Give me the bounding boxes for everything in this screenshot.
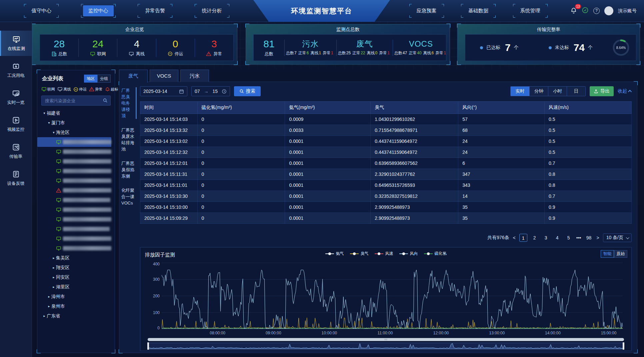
caret-right-icon[interactable]	[47, 304, 51, 308]
tab-污水[interactable]: 污水	[180, 70, 209, 82]
tree-node-广东省[interactable]: 广东省	[37, 311, 111, 321]
station-item-2[interactable]: 厂界恶臭假捻东侧	[121, 160, 137, 179]
legend-风速[interactable]: 风速	[375, 251, 393, 256]
tree-node-湖里区[interactable]: 湖里区	[37, 282, 111, 292]
station-item-0[interactable]: 厂界恶臭电务课楼顶	[121, 87, 137, 119]
table-row[interactable]: 2025-03-14 15:13:0200.00010.443741159064…	[140, 136, 632, 147]
table-row[interactable]: 2025-03-14 15:10:0000.00012.909925488973…	[140, 202, 632, 213]
table-row[interactable]: 2025-03-14 15:12:0100.00010.639658936607…	[140, 158, 632, 169]
company-item[interactable]	[37, 243, 111, 253]
search-button[interactable]: 搜索	[234, 86, 261, 96]
company-item[interactable]	[37, 214, 111, 224]
tree-node-漳州市[interactable]: 漳州市	[37, 292, 111, 301]
caret-down-icon[interactable]	[47, 121, 51, 125]
help-icon[interactable]	[593, 8, 600, 14]
export-button[interactable]: 导出	[590, 86, 614, 96]
caret-right-icon[interactable]	[47, 295, 51, 298]
company-item[interactable]	[37, 147, 111, 157]
sidebar-item-0[interactable]: 在线监测	[0, 31, 32, 56]
nav-item-right-2[interactable]: 系统管理	[515, 5, 546, 16]
legend-风向[interactable]: 风向	[399, 251, 418, 256]
mode-日[interactable]: 日	[567, 87, 585, 96]
company-tab-0[interactable]: 地区	[84, 75, 97, 83]
page-2[interactable]: 2	[531, 234, 539, 242]
nav-item-2[interactable]: 异常告警	[140, 5, 170, 16]
table-row[interactable]: 2025-03-14 15:11:3100.00012.329010243777…	[140, 169, 632, 180]
tree-node-福建省[interactable]: 福建省	[37, 108, 111, 118]
company-item[interactable]	[37, 166, 111, 176]
table-row[interactable]: 2025-03-14 15:13:3200.00330.715547988678…	[140, 125, 632, 136]
caret-right-icon[interactable]	[42, 314, 47, 318]
table-row[interactable]: 2025-03-14 15:12:3200.00010.443741159064…	[140, 147, 632, 158]
page-size-select[interactable]: 10 条/页	[603, 233, 632, 242]
tab-废气[interactable]: 废气	[119, 70, 148, 83]
station-item-1[interactable]: 厂界恶臭废水站排海池	[121, 127, 137, 152]
caret-down-icon[interactable]	[42, 111, 47, 115]
mode-实时[interactable]: 实时	[511, 87, 529, 96]
search-input[interactable]	[42, 96, 110, 105]
tree-node-厦门市[interactable]: 厦门市	[37, 118, 111, 128]
prev-page-arrow[interactable]: <	[513, 235, 516, 240]
company-item[interactable]	[37, 205, 111, 214]
caret-right-icon[interactable]	[51, 256, 56, 260]
avatar[interactable]	[604, 6, 613, 15]
caret-down-icon[interactable]	[51, 131, 56, 134]
nav-item-3[interactable]: 统计分析	[197, 5, 227, 16]
account-name[interactable]: 演示账号	[618, 8, 637, 14]
company-item[interactable]	[37, 195, 111, 205]
caret-right-icon[interactable]	[51, 285, 56, 289]
tree-node-集美区[interactable]: 集美区	[37, 253, 111, 263]
search-icon[interactable]	[103, 98, 108, 104]
mode-小时[interactable]: 小时	[548, 87, 567, 96]
tree-node-翔安区[interactable]: 翔安区	[37, 263, 111, 272]
nav-item-right-0[interactable]: 应急预案	[411, 5, 442, 16]
page-1[interactable]: 1	[519, 234, 527, 242]
page-4[interactable]: 4	[553, 234, 561, 242]
date-picker[interactable]: 2025-03-14	[140, 86, 187, 96]
legend-氨气[interactable]: 氨气	[325, 251, 344, 256]
sidebar-item-5[interactable]: 设备反馈	[0, 166, 32, 191]
page-5[interactable]: 5	[565, 234, 573, 242]
company-item[interactable]	[37, 176, 111, 185]
table-row[interactable]: 2025-03-14 15:11:0100.00010.649653157265…	[140, 180, 632, 191]
station-item-3[interactable]: 化纤聚合一课VOCs	[121, 187, 137, 206]
datazoom-right-handle[interactable]	[623, 342, 624, 350]
table-row[interactable]: 2025-03-14 15:10:3000.00010.323528327519…	[140, 191, 632, 202]
sidebar-item-4[interactable]: 传输率	[0, 139, 32, 164]
link-status-icon[interactable]	[582, 7, 589, 15]
toggle-智能[interactable]: 智能	[601, 250, 614, 258]
datazoom-strip[interactable]	[148, 343, 624, 349]
sidebar-item-3[interactable]: 视频监控	[0, 112, 32, 137]
company-tab-1[interactable]: 分组	[97, 75, 111, 83]
caret-right-icon[interactable]	[51, 275, 56, 279]
tree-node-海沧区[interactable]: 海沧区	[37, 128, 111, 137]
nav-item-1[interactable]: 监控中心	[83, 5, 114, 16]
sidebar-item-2[interactable]: 实时一览	[0, 85, 32, 110]
nav-item-0[interactable]: 值守中心	[26, 5, 57, 16]
notification-bell-icon[interactable]: 13	[570, 7, 577, 15]
caret-right-icon[interactable]	[51, 266, 56, 269]
tab-VOCS[interactable]: VOCS	[150, 70, 178, 82]
company-item[interactable]	[37, 234, 111, 243]
company-item[interactable]	[37, 137, 111, 147]
next-page-arrow[interactable]: >	[596, 235, 599, 240]
company-item[interactable]	[37, 185, 111, 195]
company-item[interactable]	[37, 224, 111, 234]
legend-臭气[interactable]: 臭气	[350, 251, 369, 256]
tree-node-泉州市[interactable]: 泉州市	[37, 301, 111, 311]
tree-node-同安区[interactable]: 同安区	[37, 272, 111, 282]
toggle-原始[interactable]: 原始	[614, 250, 627, 258]
company-item[interactable]	[37, 157, 111, 166]
page-3[interactable]: 3	[542, 234, 550, 242]
chart-scrollbar[interactable]	[148, 338, 624, 341]
nav-item-right-1[interactable]: 基础数据	[463, 5, 494, 16]
table-row[interactable]: 2025-03-14 15:09:2900.00012.909925488973…	[140, 213, 632, 224]
last-page[interactable]: 98	[585, 234, 593, 242]
collapse-link[interactable]: 收起	[618, 88, 632, 94]
legend-硫化氢[interactable]: 硫化氢	[424, 251, 447, 256]
scrollbar-grip[interactable]	[382, 338, 390, 341]
sidebar-item-1[interactable]: 工况用电	[0, 58, 32, 83]
table-row[interactable]: 2025-03-14 15:14:0300.00091.043012996102…	[140, 114, 632, 125]
time-range-picker[interactable]: 07 → 15	[191, 86, 230, 96]
mode-分钟[interactable]: 分钟	[529, 87, 548, 96]
